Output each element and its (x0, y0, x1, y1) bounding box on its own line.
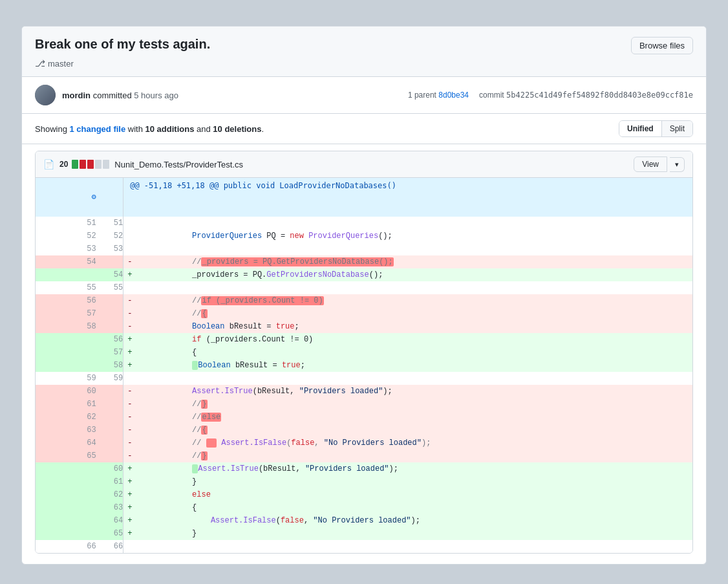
table-row: 57 + { (36, 346, 692, 359)
main-container: Break one of my tests again. Browse file… (21, 26, 707, 565)
file-header: 📄 20 Nunit_Demo.Tests/ProviderTest.cs Vi… (36, 151, 692, 178)
table-row: 63 - //{ (36, 424, 692, 437)
diff-table: ⚙ @@ -51,18 +51,18 @@ public void LoadPr… (36, 178, 692, 553)
table-row: 56 - //if (_providers.Count != 0) (36, 294, 692, 307)
table-row: 65 + } (36, 527, 692, 540)
stat-number: 20 (59, 160, 68, 169)
file-header-left: 📄 20 Nunit_Demo.Tests/ProviderTest.cs (43, 159, 243, 169)
table-row: 65 - //} (36, 449, 692, 462)
table-row: 61 - //} (36, 398, 692, 411)
file-path: Nunit_Demo.Tests/ProviderTest.cs (114, 160, 243, 169)
author-row: mordin committed 5 hours ago 1 parent 8d… (22, 77, 706, 114)
stat-removed-1 (80, 160, 86, 169)
table-row: 53 53 (36, 243, 692, 255)
chevron-down-button[interactable]: ▾ (670, 157, 685, 172)
branch-icon: ⎇ (35, 58, 45, 69)
commit-meta: 1 parent 8d0be34 commit 5b4225c41d49fef5… (408, 91, 693, 100)
split-view-button[interactable]: Split (662, 121, 692, 136)
table-row: 52 52 ProviderQueries PQ = new ProviderQ… (36, 230, 692, 243)
hunk-header-text: @@ -51,18 +51,18 @@ public void LoadProv… (123, 178, 692, 217)
commit-time: 5 hours ago (134, 91, 178, 100)
table-row: 51 51 (36, 217, 692, 230)
hunk-expand-row: ⚙ @@ -51,18 +51,18 @@ public void LoadPr… (36, 178, 692, 217)
browse-files-button[interactable]: Browse files (631, 37, 693, 54)
avatar (35, 85, 56, 105)
author-text: mordin committed 5 hours ago (62, 91, 178, 100)
diff-view-buttons: Unified Split (619, 120, 693, 137)
file-diff: 📄 20 Nunit_Demo.Tests/ProviderTest.cs Vi… (35, 151, 693, 554)
author-name: mordin (62, 91, 91, 100)
files-bar-text: Showing 1 changed file with 10 additions… (35, 124, 264, 134)
branch-badge: ⎇ master (35, 58, 74, 69)
table-row: 62 - //else (36, 411, 692, 424)
commit-title: Break one of my tests again. (35, 37, 210, 52)
table-row: 62 + else (36, 488, 692, 501)
table-row: 60 - Assert.IsTrue(bResult, "Providers l… (36, 385, 692, 398)
diff-stats: 20 (59, 160, 109, 169)
file-icon: 📄 (43, 159, 54, 169)
table-row: 57 - //{ (36, 307, 692, 320)
table-row: 56 + if (_providers.Count != 0) (36, 333, 692, 346)
showing-text: Showing (35, 124, 69, 134)
table-row: 60 + Assert.IsTrue(bResult, "Providers l… (36, 462, 692, 475)
table-row: 58 - Boolean bResult = true; (36, 320, 692, 333)
commit-hash-label: commit 5b4225c41d49fef54892f80dd8403e8e0… (479, 91, 693, 100)
hunk-expand-icon: ⚙ (91, 193, 96, 202)
file-header-right: View ▾ (634, 157, 685, 172)
table-row: 66 66 (36, 540, 692, 553)
parent-label: 1 parent 8d0be34 (408, 91, 469, 100)
additions-count: 10 additions (145, 124, 195, 134)
table-row: 64 - // Assert.IsFalse(false, "No Provid… (36, 437, 692, 449)
stat-neutral-1 (95, 160, 102, 169)
branch-name: master (48, 59, 74, 69)
table-row: 63 + { (36, 501, 692, 514)
table-row: 59 59 (36, 372, 692, 385)
view-button[interactable]: View (634, 157, 667, 172)
commit-action: committed (93, 91, 132, 100)
changed-file-link[interactable]: 1 changed file (69, 124, 125, 134)
author-info: mordin committed 5 hours ago (35, 85, 178, 105)
hunk-expand-ln-new (96, 178, 123, 217)
stat-neutral-2 (103, 160, 109, 169)
commit-header: Break one of my tests again. Browse file… (22, 27, 706, 77)
stat-added-1 (72, 160, 78, 169)
files-bar: Showing 1 changed file with 10 additions… (22, 114, 706, 144)
table-row: 55 55 (36, 281, 692, 294)
stat-removed-2 (87, 160, 94, 169)
hunk-expand-ln-old: ⚙ (36, 178, 96, 217)
parent-hash-link[interactable]: 8d0be34 (438, 91, 469, 100)
table-row: 54 + _providers = PQ.GetProvidersNoDatab… (36, 268, 692, 281)
table-row: 61 + } (36, 475, 692, 488)
unified-view-button[interactable]: Unified (619, 121, 662, 136)
table-row: 54 - //_providers = PQ.GetProvidersNoDat… (36, 255, 692, 268)
deletions-count: 10 deletions (213, 124, 261, 134)
table-row: 58 + Boolean bResult = true; (36, 359, 692, 372)
table-row: 64 + Assert.IsFalse(false, "No Providers… (36, 514, 692, 527)
